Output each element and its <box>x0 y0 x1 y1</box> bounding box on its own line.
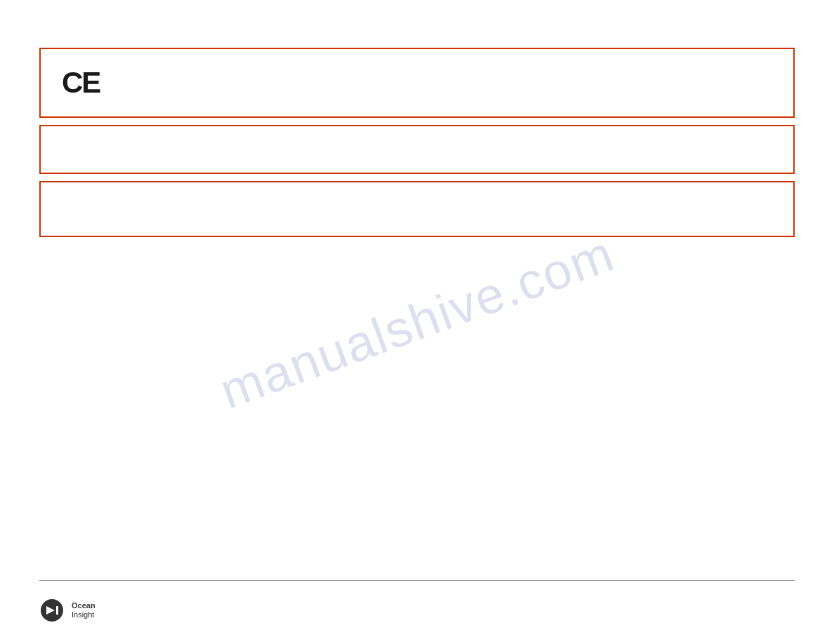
empty-box-2 <box>39 125 795 174</box>
watermark: manualshive.com <box>213 224 622 420</box>
ce-mark: CE <box>62 66 100 100</box>
svg-rect-2 <box>56 606 58 615</box>
footer-brand-text: Ocean Insight <box>72 601 95 619</box>
page-content: CE manualshive.com Ocean Insight <box>0 0 834 644</box>
footer-brand-line1: Ocean <box>72 601 95 610</box>
footer-brand-line2: Insight <box>72 610 95 619</box>
ocean-insight-logo <box>39 598 65 623</box>
certification-box: CE <box>39 48 795 118</box>
boxes-container: CE <box>39 48 795 244</box>
empty-box-3 <box>39 181 795 237</box>
footer: Ocean Insight <box>39 598 95 623</box>
footer-divider <box>39 580 795 581</box>
